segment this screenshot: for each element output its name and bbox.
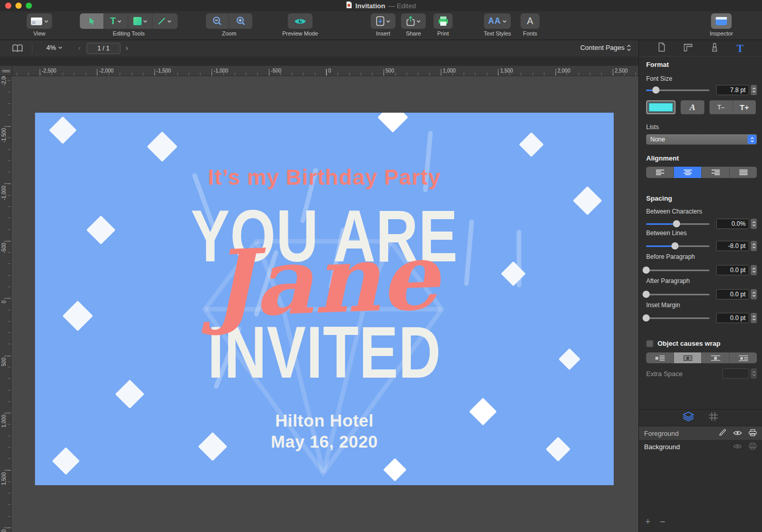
- canvas-zoom-value: 4%: [46, 44, 56, 51]
- inset-margin-stepper[interactable]: [751, 313, 757, 323]
- tab-document[interactable]: [657, 42, 666, 54]
- tab-appearance[interactable]: [710, 43, 719, 54]
- fonts-button[interactable]: A: [521, 13, 540, 29]
- align-left-button[interactable]: [646, 167, 674, 178]
- font-size-field[interactable]: 7.8 pt: [716, 85, 749, 95]
- between-lines-field[interactable]: -8.0 pt: [716, 241, 749, 251]
- increase-font-size-button[interactable]: T+: [733, 100, 756, 114]
- share-group: Share: [401, 13, 426, 29]
- font-size-stepper[interactable]: [751, 85, 757, 95]
- font-size-slider[interactable]: [646, 84, 709, 96]
- share-button[interactable]: [401, 13, 426, 29]
- pages-panel-button[interactable]: [8, 43, 27, 54]
- inspector-toggle-button[interactable]: [711, 13, 732, 29]
- extra-space-stepper[interactable]: [751, 368, 757, 379]
- add-layer-button[interactable]: +: [645, 517, 651, 527]
- insert-button[interactable]: [371, 13, 395, 29]
- edit-layer-icon[interactable]: [719, 429, 726, 438]
- fonts-group: A Fonts: [521, 13, 540, 29]
- between-characters-slider[interactable]: [646, 218, 709, 229]
- ruler-label: -1,500: [157, 68, 171, 74]
- window-title: Invitation: [355, 2, 385, 10]
- content-pages-menu[interactable]: Content Pages: [580, 44, 631, 51]
- insert-icon: [376, 16, 385, 26]
- tab-metrics[interactable]: [683, 43, 693, 54]
- before-paragraph-slider[interactable]: [646, 264, 709, 276]
- before-paragraph-stepper[interactable]: [751, 265, 757, 275]
- decrease-font-size-button[interactable]: T–: [709, 100, 733, 114]
- grid-tab[interactable]: [708, 412, 718, 423]
- between-characters-field[interactable]: 0.0%: [716, 219, 749, 229]
- layers-tab[interactable]: [683, 412, 694, 423]
- zoom-label: Zoom: [222, 30, 236, 37]
- document-icon: [346, 1, 352, 11]
- horizontal-ruler[interactable]: -2,500-2,000-1,500-1,000-50005001,0001,5…: [13, 66, 638, 76]
- wrap-inline-button[interactable]: [730, 352, 757, 363]
- lists-dropdown[interactable]: None: [646, 134, 757, 145]
- layer-name: Foreground: [644, 430, 679, 437]
- layer-print-icon[interactable]: [749, 429, 757, 438]
- insert-group: Insert: [371, 13, 395, 29]
- before-paragraph-field[interactable]: 0.0 pt: [716, 265, 749, 275]
- layer-row-background[interactable]: Background: [639, 440, 762, 453]
- ruler-label: 0: [1, 300, 7, 304]
- ruler-unit: mm: [0, 66, 13, 76]
- view-button[interactable]: [27, 13, 52, 29]
- shape-tool-icon: [133, 17, 142, 25]
- inset-margin-field[interactable]: 0.0 pt: [716, 313, 749, 323]
- wrap-left-button[interactable]: [646, 352, 674, 363]
- character-style-button[interactable]: A: [681, 100, 704, 114]
- extra-space-field[interactable]: [722, 368, 749, 379]
- between-lines-stepper[interactable]: [751, 241, 757, 251]
- layer-row-foreground[interactable]: Foreground: [639, 427, 762, 440]
- after-paragraph-field[interactable]: 0.0 pt: [716, 289, 749, 299]
- remove-layer-button[interactable]: −: [660, 517, 666, 527]
- layer-print-icon[interactable]: [749, 442, 757, 451]
- toolbar-divider: [32, 43, 32, 54]
- inspector-icon: [715, 16, 728, 26]
- zoom-out-button[interactable]: [206, 13, 229, 29]
- share-label: Share: [406, 30, 421, 37]
- canvas-zoom-menu[interactable]: 4%: [46, 44, 62, 51]
- text-tool-button[interactable]: T: [104, 13, 128, 29]
- align-right-button[interactable]: [702, 167, 730, 178]
- align-center-button[interactable]: [674, 167, 702, 178]
- preview-mode-label: Preview Mode: [282, 30, 318, 37]
- canvas[interactable]: It’s my Birthday Party YOU ARE Jane INVI…: [11, 76, 638, 532]
- ruler-label: 2,000: [558, 68, 570, 74]
- previous-page-button[interactable]: ‹: [78, 44, 81, 52]
- ruler-label: -1,000: [1, 186, 7, 200]
- chevron-down-icon: [58, 46, 62, 49]
- eye-icon: [294, 17, 306, 25]
- next-page-button[interactable]: ›: [126, 44, 128, 52]
- text-color-well[interactable]: [646, 100, 676, 114]
- tab-text[interactable]: T: [737, 43, 743, 54]
- text-styles-button[interactable]: AA: [484, 13, 511, 29]
- page-indicator[interactable]: 1 / 1: [86, 43, 120, 54]
- shape-tool-button[interactable]: [128, 13, 152, 29]
- line-tool-button[interactable]: [152, 13, 177, 29]
- vertical-ruler[interactable]: -2,000-1,500-1,000-50005001,0001,5002,00…: [0, 76, 11, 532]
- preview-mode-button[interactable]: [288, 13, 313, 29]
- chevron-down-icon: [167, 20, 171, 23]
- object-causes-wrap-checkbox[interactable]: [646, 340, 653, 347]
- select-tool-button[interactable]: [80, 13, 104, 29]
- align-justify-button[interactable]: [730, 167, 757, 178]
- card-date: May 16, 2020: [35, 432, 614, 452]
- between-characters-stepper[interactable]: [751, 219, 757, 229]
- ruler-label: -2,000: [1, 76, 7, 85]
- inset-margin-slider[interactable]: [646, 312, 709, 324]
- fonts-icon: A: [527, 16, 533, 27]
- share-icon: [406, 16, 415, 26]
- between-lines-slider[interactable]: [646, 240, 709, 252]
- layer-visibility-icon[interactable]: [733, 443, 742, 451]
- wrap-around-button[interactable]: [674, 352, 702, 363]
- print-button[interactable]: [434, 13, 453, 29]
- after-paragraph-slider[interactable]: [646, 289, 709, 300]
- alignment-segmented-control: [646, 167, 757, 178]
- invitation-card[interactable]: It’s my Birthday Party YOU ARE Jane INVI…: [35, 113, 614, 485]
- after-paragraph-stepper[interactable]: [751, 289, 757, 299]
- layer-visibility-icon[interactable]: [733, 430, 742, 437]
- wrap-above-below-button[interactable]: [702, 352, 730, 363]
- zoom-in-button[interactable]: [229, 13, 252, 29]
